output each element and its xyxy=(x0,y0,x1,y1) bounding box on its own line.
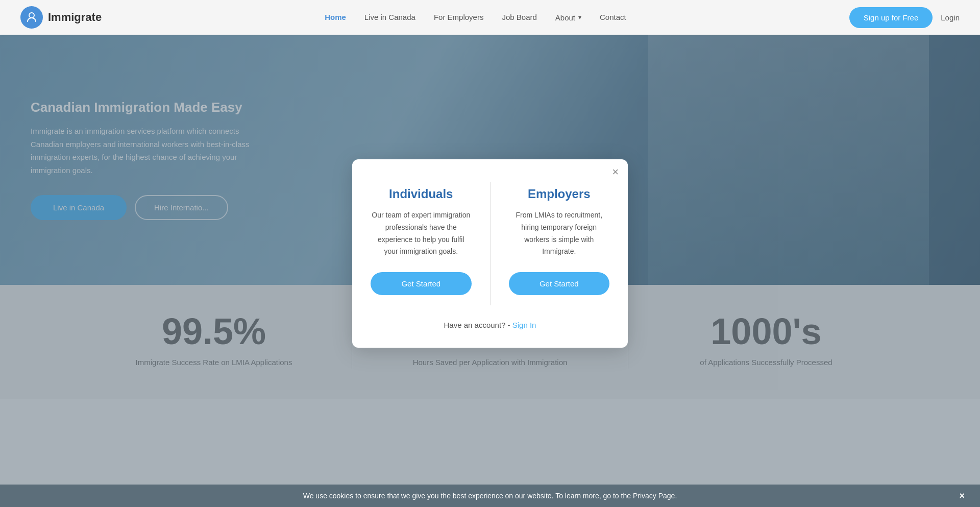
navbar: Immigrate Home Live in Canada For Employ… xyxy=(0,0,980,35)
nav-about[interactable]: About ▾ xyxy=(555,13,581,22)
individuals-description: Our team of expert immigration professio… xyxy=(371,209,472,258)
signup-button[interactable]: Sign up for Free xyxy=(849,7,933,28)
nav-job-board[interactable]: Job Board xyxy=(502,13,536,21)
nav-contact[interactable]: Contact xyxy=(600,13,626,21)
logo-icon xyxy=(20,6,43,29)
modal-footer-text: Have an account? - xyxy=(444,321,510,329)
nav-for-employers[interactable]: For Employers xyxy=(434,13,484,21)
modal-close-button[interactable]: × xyxy=(612,166,619,178)
modal-sign-in-link[interactable]: Sign In xyxy=(512,321,536,329)
modal: × Individuals Our team of expert immigra… xyxy=(352,159,628,348)
login-button[interactable]: Login xyxy=(941,13,960,22)
nav-live-in-canada[interactable]: Live in Canada xyxy=(364,13,415,21)
modal-footer: Have an account? - Sign In xyxy=(352,321,628,329)
navbar-links: Home Live in Canada For Employers Job Bo… xyxy=(325,13,626,22)
nav-home[interactable]: Home xyxy=(325,13,346,21)
chevron-down-icon: ▾ xyxy=(578,14,581,21)
modal-overlay[interactable]: × Individuals Our team of expert immigra… xyxy=(0,0,980,399)
svg-point-0 xyxy=(29,13,34,18)
employers-get-started-button[interactable]: Get Started xyxy=(509,272,610,295)
logo-text: Immigrate xyxy=(48,11,102,24)
employers-title: Employers xyxy=(509,187,610,201)
modal-columns: Individuals Our team of expert immigrati… xyxy=(352,182,628,305)
logo-link[interactable]: Immigrate xyxy=(20,6,102,29)
modal-individuals-column: Individuals Our team of expert immigrati… xyxy=(352,182,490,305)
employers-description: From LMIAs to recruitment, hiring tempor… xyxy=(509,209,610,258)
modal-employers-column: Employers From LMIAs to recruitment, hir… xyxy=(491,182,628,305)
individuals-get-started-button[interactable]: Get Started xyxy=(371,272,472,295)
navbar-actions: Sign up for Free Login xyxy=(849,7,960,28)
individuals-title: Individuals xyxy=(371,187,472,201)
